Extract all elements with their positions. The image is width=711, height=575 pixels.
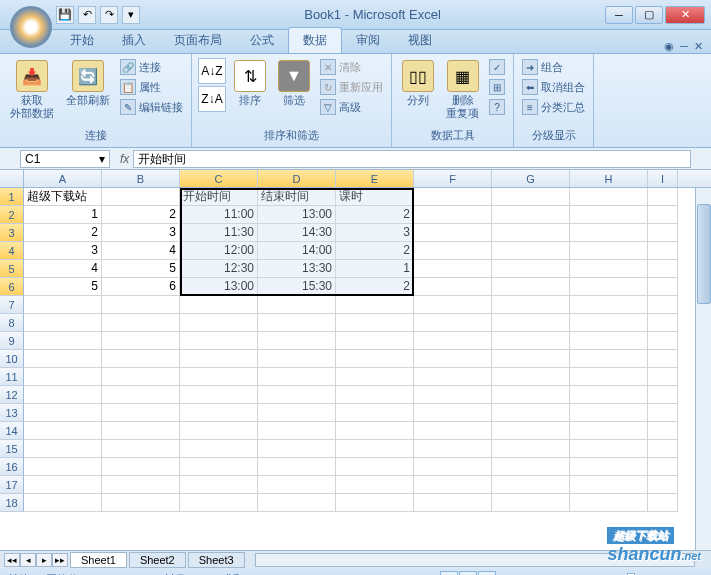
cell-C6[interactable]: 13:00	[180, 278, 258, 296]
row-header-13[interactable]: 13	[0, 404, 24, 422]
cell-I2[interactable]	[648, 206, 678, 224]
cell-B6[interactable]: 6	[102, 278, 180, 296]
row-header-12[interactable]: 12	[0, 386, 24, 404]
cell-E17[interactable]	[336, 476, 414, 494]
office-button[interactable]	[10, 6, 52, 48]
cell-C2[interactable]: 11:00	[180, 206, 258, 224]
cell-E8[interactable]	[336, 314, 414, 332]
advanced-filter-button[interactable]: ▽高级	[318, 98, 385, 116]
sheet-nav-prev[interactable]: ◂	[20, 553, 36, 567]
col-header-i[interactable]: I	[648, 170, 678, 187]
horizontal-scrollbar[interactable]	[255, 553, 695, 567]
cell-D4[interactable]: 14:00	[258, 242, 336, 260]
cell-A7[interactable]	[24, 296, 102, 314]
cell-D13[interactable]	[258, 404, 336, 422]
cell-H3[interactable]	[570, 224, 648, 242]
cell-B3[interactable]: 3	[102, 224, 180, 242]
cell-B10[interactable]	[102, 350, 180, 368]
cell-E16[interactable]	[336, 458, 414, 476]
cell-H16[interactable]	[570, 458, 648, 476]
cell-B17[interactable]	[102, 476, 180, 494]
clear-filter-button[interactable]: ✕清除	[318, 58, 385, 76]
cell-G5[interactable]	[492, 260, 570, 278]
name-box[interactable]: C1▾	[20, 150, 110, 168]
cell-I9[interactable]	[648, 332, 678, 350]
cell-H17[interactable]	[570, 476, 648, 494]
cell-F11[interactable]	[414, 368, 492, 386]
cell-G6[interactable]	[492, 278, 570, 296]
cell-A5[interactable]: 4	[24, 260, 102, 278]
cell-D17[interactable]	[258, 476, 336, 494]
cell-D7[interactable]	[258, 296, 336, 314]
cell-A10[interactable]	[24, 350, 102, 368]
workbook-close-icon[interactable]: ✕	[694, 40, 703, 53]
cell-H10[interactable]	[570, 350, 648, 368]
cell-F4[interactable]	[414, 242, 492, 260]
row-header-3[interactable]: 3	[0, 224, 24, 242]
connections-button[interactable]: 🔗连接	[118, 58, 185, 76]
formula-input[interactable]: 开始时间	[133, 150, 691, 168]
get-external-data-button[interactable]: 📥 获取 外部数据	[6, 58, 58, 122]
col-header-e[interactable]: E	[336, 170, 414, 187]
cell-D2[interactable]: 13:00	[258, 206, 336, 224]
cell-I18[interactable]	[648, 494, 678, 512]
cell-G13[interactable]	[492, 404, 570, 422]
text-to-columns-button[interactable]: ▯▯ 分列	[398, 58, 438, 109]
cell-E5[interactable]: 1	[336, 260, 414, 278]
cell-C10[interactable]	[180, 350, 258, 368]
cell-F1[interactable]	[414, 188, 492, 206]
col-header-h[interactable]: H	[570, 170, 648, 187]
cell-F10[interactable]	[414, 350, 492, 368]
cell-D6[interactable]: 15:30	[258, 278, 336, 296]
close-button[interactable]: ✕	[665, 6, 705, 24]
fx-icon[interactable]: fx	[120, 152, 129, 166]
cell-F5[interactable]	[414, 260, 492, 278]
cell-G16[interactable]	[492, 458, 570, 476]
cell-C13[interactable]	[180, 404, 258, 422]
subtotal-button[interactable]: ≡分类汇总	[520, 98, 587, 116]
cell-G4[interactable]	[492, 242, 570, 260]
cell-D12[interactable]	[258, 386, 336, 404]
properties-button[interactable]: 📋属性	[118, 78, 185, 96]
cell-D8[interactable]	[258, 314, 336, 332]
consolidate-button[interactable]: ⊞	[487, 78, 507, 96]
cell-A3[interactable]: 2	[24, 224, 102, 242]
cell-F18[interactable]	[414, 494, 492, 512]
cell-C16[interactable]	[180, 458, 258, 476]
cell-E13[interactable]	[336, 404, 414, 422]
cell-F16[interactable]	[414, 458, 492, 476]
filter-button[interactable]: ▼ 筛选	[274, 58, 314, 109]
cell-D11[interactable]	[258, 368, 336, 386]
cell-A18[interactable]	[24, 494, 102, 512]
reapply-button[interactable]: ↻重新应用	[318, 78, 385, 96]
cell-A4[interactable]: 3	[24, 242, 102, 260]
cell-F2[interactable]	[414, 206, 492, 224]
row-header-8[interactable]: 8	[0, 314, 24, 332]
cell-I15[interactable]	[648, 440, 678, 458]
cell-A9[interactable]	[24, 332, 102, 350]
sort-button[interactable]: ⇅ 排序	[230, 58, 270, 109]
cell-I17[interactable]	[648, 476, 678, 494]
cell-I3[interactable]	[648, 224, 678, 242]
col-header-f[interactable]: F	[414, 170, 492, 187]
row-header-7[interactable]: 7	[0, 296, 24, 314]
sheet-nav-last[interactable]: ▸▸	[52, 553, 68, 567]
cell-A14[interactable]	[24, 422, 102, 440]
edit-links-button[interactable]: ✎编辑链接	[118, 98, 185, 116]
cell-H13[interactable]	[570, 404, 648, 422]
sort-az-button[interactable]: A↓Z	[198, 58, 226, 84]
cell-G14[interactable]	[492, 422, 570, 440]
cell-B12[interactable]	[102, 386, 180, 404]
ribbon-minimize-icon[interactable]: ─	[680, 40, 688, 53]
cell-A8[interactable]	[24, 314, 102, 332]
col-header-d[interactable]: D	[258, 170, 336, 187]
help-icon[interactable]: ◉	[664, 40, 674, 53]
sheet-tab-3[interactable]: Sheet3	[188, 552, 245, 568]
select-all-corner[interactable]	[0, 170, 24, 187]
cell-H9[interactable]	[570, 332, 648, 350]
cell-G10[interactable]	[492, 350, 570, 368]
qat-save[interactable]: 💾	[56, 6, 74, 24]
cell-G7[interactable]	[492, 296, 570, 314]
cell-B4[interactable]: 4	[102, 242, 180, 260]
cell-H11[interactable]	[570, 368, 648, 386]
